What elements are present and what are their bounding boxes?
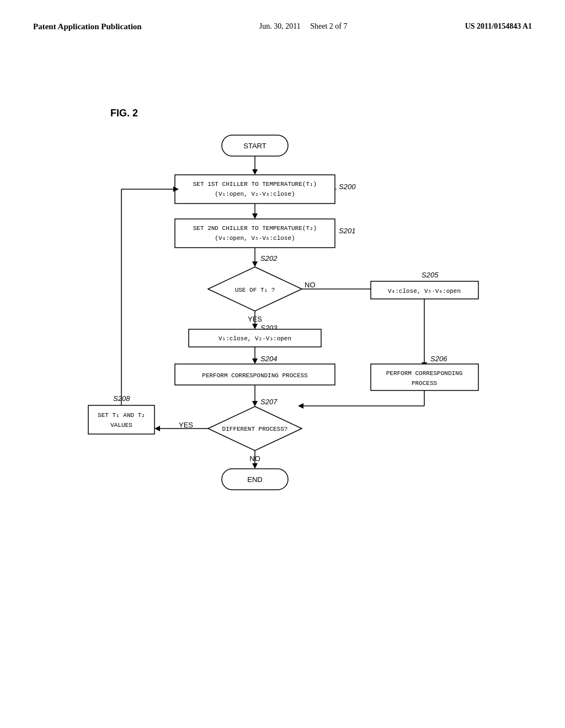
svg-marker-22	[252, 324, 258, 329]
svg-text:USE OF T₁ ?: USE OF T₁ ?	[235, 287, 275, 293]
svg-text:SET T₁ AND T₂: SET T₁ AND T₂	[98, 412, 145, 419]
svg-text:S204: S204	[260, 355, 277, 363]
svg-text:V₁:close, V₂·V₃:open: V₁:close, V₂·V₃:open	[218, 335, 291, 342]
svg-text:PERFORM CORRESPONDING PROCESS: PERFORM CORRESPONDING PROCESS	[202, 372, 308, 379]
sheet-info: Sheet 2 of 7	[310, 22, 347, 30]
svg-marker-32	[252, 358, 258, 364]
start-text: START	[243, 142, 266, 150]
header-center: Jun. 30, 2011 Sheet 2 of 7	[259, 22, 348, 31]
svg-text:END: END	[247, 475, 262, 484]
svg-rect-59	[88, 405, 154, 434]
svg-text:NO: NO	[305, 281, 316, 289]
svg-text:(V₄:open, V₅·V₆:close): (V₄:open, V₅·V₆:close)	[215, 235, 295, 242]
svg-text:PROCESS: PROCESS	[412, 380, 438, 387]
svg-rect-10	[175, 219, 335, 248]
svg-text:S205: S205	[422, 271, 439, 279]
svg-text:PERFORM CORRESPONDING: PERFORM CORRESPONDING	[386, 370, 463, 377]
svg-marker-2	[252, 169, 258, 175]
svg-marker-9	[252, 213, 258, 219]
svg-text:SET 1ST CHILLER TO TEMPERATURE: SET 1ST CHILLER TO TEMPERATURE(T₁)	[193, 181, 317, 188]
svg-marker-52	[252, 463, 258, 469]
svg-text:SET 2ND CHILLER TO TEMPERATURE: SET 2ND CHILLER TO TEMPERATURE(T₂)	[193, 225, 317, 232]
header-right: US 2011/0154843 A1	[465, 22, 532, 31]
svg-marker-15	[252, 261, 258, 267]
flowchart: START SET 1ST CHILLER TO TEMPERATURE(T₁)…	[73, 124, 492, 620]
figure-label: FIG. 2	[110, 108, 138, 119]
svg-text:V₄:close, V₅·V₆:open: V₄:close, V₅·V₆:open	[388, 288, 461, 295]
svg-text:S200: S200	[339, 183, 356, 191]
svg-text:VALUES: VALUES	[110, 422, 132, 429]
svg-text:(V₁:open, V₂·V₃:close): (V₁:open, V₂·V₃:close)	[215, 191, 295, 197]
header-left: Patent Application Publication	[33, 22, 142, 31]
header: Patent Application Publication Jun. 30, …	[0, 0, 565, 42]
svg-text:S201: S201	[339, 227, 355, 235]
patent-number: US 2011/0154843 A1	[465, 22, 532, 30]
publication-label: Patent Application Publication	[33, 22, 142, 31]
svg-text:DIFFERENT PROCESS?: DIFFERENT PROCESS?	[222, 426, 288, 432]
svg-text:YES: YES	[179, 421, 193, 429]
svg-marker-43	[252, 401, 258, 406]
svg-rect-3	[175, 175, 335, 204]
svg-text:S202: S202	[260, 254, 278, 263]
svg-text:S207: S207	[260, 398, 278, 406]
page: Patent Application Publication Jun. 30, …	[0, 0, 565, 728]
svg-marker-57	[154, 426, 160, 431]
svg-marker-46	[298, 403, 303, 409]
svg-text:S206: S206	[430, 355, 447, 363]
date-sheet: Jun. 30, 2011	[259, 22, 301, 30]
